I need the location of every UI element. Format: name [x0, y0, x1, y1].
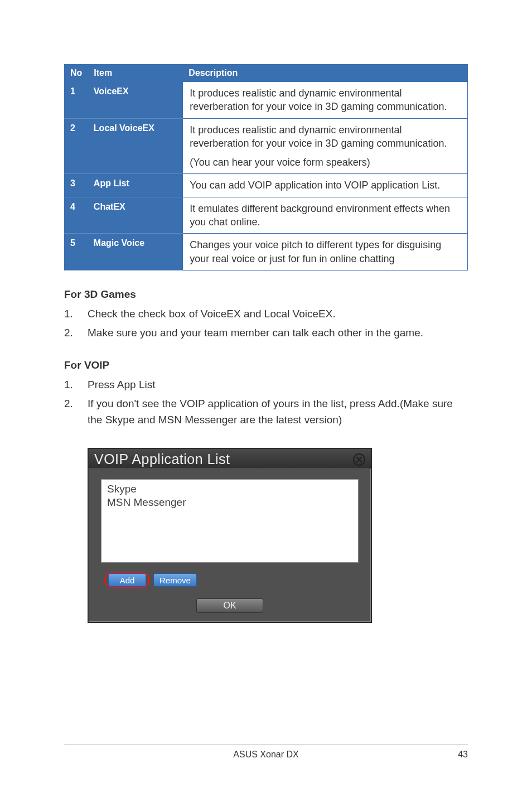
- list-item: 2. If you don't see the VOIP application…: [64, 396, 468, 428]
- application-listbox[interactable]: Skype MSN Messenger: [101, 479, 359, 563]
- remove-button[interactable]: Remove: [153, 573, 197, 587]
- list-item[interactable]: Skype: [107, 483, 352, 495]
- heading-3d-games: For 3D Games: [64, 288, 468, 301]
- heading-voip: For VOIP: [64, 359, 468, 371]
- cell-desc: You can add VOIP application into VOIP a…: [183, 174, 468, 197]
- cell-no: 1: [65, 82, 88, 119]
- cell-item: App List: [88, 174, 183, 197]
- list-voip: 1. Press App List 2. If you don't see th…: [64, 377, 468, 428]
- list-item: 1. Press App List: [64, 377, 468, 393]
- table-row: 1 VoiceEX It produces realistic and dyna…: [65, 82, 468, 119]
- list-3d-games: 1. Check the check box of VoiceEX and Lo…: [64, 306, 468, 341]
- list-item-text: Press App List: [88, 377, 155, 393]
- cell-no: 4: [65, 197, 88, 234]
- cell-no: 2: [65, 118, 88, 174]
- list-item-number: 2.: [64, 325, 88, 341]
- ok-button[interactable]: OK: [196, 598, 263, 613]
- table-row: 3 App List You can add VOIP application …: [65, 174, 468, 197]
- table-row: 4 ChatEX It emulates different backgroun…: [65, 197, 468, 234]
- cell-no: 3: [65, 174, 88, 197]
- cell-item: Magic Voice: [88, 234, 183, 270]
- col-header-no: No: [65, 65, 88, 82]
- table-row: 5 Magic Voice Changes your voice pitch t…: [65, 234, 468, 270]
- features-table: No Item Description 1 VoiceEX It produce…: [64, 64, 468, 270]
- col-header-item: Item: [88, 65, 183, 82]
- cell-item: VoiceEX: [88, 82, 183, 119]
- list-item: 1. Check the check box of VoiceEX and Lo…: [64, 306, 468, 322]
- footer-divider: [64, 745, 468, 745]
- cell-desc-extra: (You can hear your voice form speakers): [190, 156, 461, 169]
- page-footer: ASUS Xonar DX 43: [64, 745, 468, 760]
- list-item: 2. Make sure you and your team member ca…: [64, 325, 468, 341]
- list-item-text: Check the check box of VoiceEX and Local…: [88, 306, 336, 322]
- footer-product: ASUS Xonar DX: [233, 750, 298, 760]
- list-item-number: 1.: [64, 377, 88, 393]
- list-item-text: If you don't see the VOIP application of…: [88, 396, 468, 428]
- list-item[interactable]: MSN Messenger: [107, 496, 352, 509]
- cell-desc: Changes your voice pitch to different ty…: [183, 234, 468, 270]
- list-item-number: 2.: [64, 396, 88, 428]
- dialog-title: VOIP Application List: [94, 451, 230, 467]
- footer-page-number: 43: [458, 750, 468, 760]
- cell-no: 5: [65, 234, 88, 270]
- voip-application-list-dialog: VOIP Application List Skype MSN Messenge…: [88, 448, 372, 623]
- cell-item: Local VoiceEX: [88, 118, 183, 174]
- list-item-text: Make sure you and your team member can t…: [88, 325, 423, 341]
- cell-desc: It emulates different background environ…: [183, 197, 468, 234]
- cell-desc: It produces realistic and dynamic enviro…: [183, 82, 468, 119]
- cell-desc-main: It produces realistic and dynamic enviro…: [190, 124, 447, 149]
- cell-item: ChatEX: [88, 197, 183, 234]
- table-row: 2 Local VoiceEX It produces realistic an…: [65, 118, 468, 174]
- dialog-titlebar: VOIP Application List: [89, 449, 371, 469]
- list-item-number: 1.: [64, 306, 88, 322]
- cell-desc: It produces realistic and dynamic enviro…: [183, 118, 468, 174]
- col-header-description: Description: [183, 65, 468, 82]
- add-button-highlight: Add: [104, 572, 150, 588]
- close-icon[interactable]: [352, 452, 366, 467]
- add-button[interactable]: Add: [108, 573, 146, 587]
